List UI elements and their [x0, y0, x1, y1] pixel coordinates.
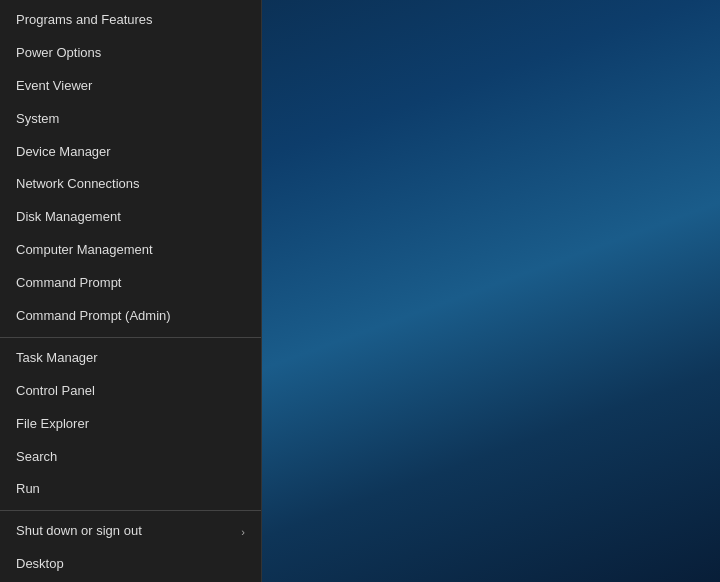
menu-item-control-panel[interactable]: Control Panel [0, 375, 261, 408]
menu-item-disk-management[interactable]: Disk Management [0, 201, 261, 234]
menu-item-label-power-options: Power Options [16, 45, 101, 62]
menu-separator [0, 510, 261, 511]
menu-item-file-explorer[interactable]: File Explorer [0, 408, 261, 441]
menu-item-label-task-manager: Task Manager [16, 350, 98, 367]
menu-item-shut-down-sign-out[interactable]: Shut down or sign out› [0, 515, 261, 548]
menu-item-label-event-viewer: Event Viewer [16, 78, 92, 95]
menu-item-device-manager[interactable]: Device Manager [0, 136, 261, 169]
menu-item-label-shut-down-sign-out: Shut down or sign out [16, 523, 142, 540]
menu-item-programs-and-features[interactable]: Programs and Features [0, 4, 261, 37]
menu-separator [0, 337, 261, 338]
menu-item-power-options[interactable]: Power Options [0, 37, 261, 70]
menu-item-search[interactable]: Search [0, 441, 261, 474]
menu-item-command-prompt-admin[interactable]: Command Prompt (Admin) [0, 300, 261, 333]
menu-item-label-device-manager: Device Manager [16, 144, 111, 161]
menu-item-network-connections[interactable]: Network Connections [0, 168, 261, 201]
menu-item-label-computer-management: Computer Management [16, 242, 153, 259]
menu-item-desktop[interactable]: Desktop [0, 548, 261, 581]
menu-item-system[interactable]: System [0, 103, 261, 136]
menu-item-computer-management[interactable]: Computer Management [0, 234, 261, 267]
context-menu: Programs and FeaturesPower OptionsEvent … [0, 0, 262, 582]
menu-item-label-control-panel: Control Panel [16, 383, 95, 400]
menu-item-label-network-connections: Network Connections [16, 176, 140, 193]
menu-item-label-disk-management: Disk Management [16, 209, 121, 226]
menu-item-event-viewer[interactable]: Event Viewer [0, 70, 261, 103]
chevron-right-icon: › [241, 525, 245, 539]
menu-item-label-programs-and-features: Programs and Features [16, 12, 153, 29]
menu-item-label-command-prompt: Command Prompt [16, 275, 121, 292]
menu-item-run[interactable]: Run [0, 473, 261, 506]
menu-item-label-search: Search [16, 449, 57, 466]
menu-item-task-manager[interactable]: Task Manager [0, 342, 261, 375]
menu-item-command-prompt[interactable]: Command Prompt [0, 267, 261, 300]
menu-item-label-system: System [16, 111, 59, 128]
menu-item-label-desktop: Desktop [16, 556, 64, 573]
menu-item-label-command-prompt-admin: Command Prompt (Admin) [16, 308, 171, 325]
menu-item-label-run: Run [16, 481, 40, 498]
menu-item-label-file-explorer: File Explorer [16, 416, 89, 433]
